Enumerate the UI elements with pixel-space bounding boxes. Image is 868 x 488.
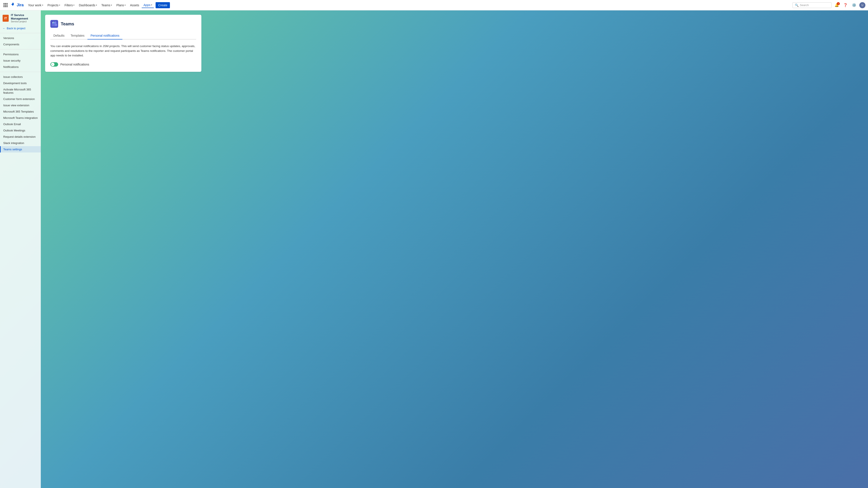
notifications-button[interactable]: 🔔 1 <box>833 2 840 9</box>
sidebar-project-header: IT IT Service Management Service project <box>0 10 41 25</box>
chevron-icon: ▾ <box>59 4 60 6</box>
sidebar-item-m365-templates[interactable]: Microsoft 365 Templates <box>0 108 41 115</box>
svg-point-0 <box>12 5 13 6</box>
personal-notifications-toggle-row: Personal notifications <box>50 62 196 67</box>
sidebar-item-ms-teams-integration[interactable]: Microsoft Teams integration <box>0 115 41 121</box>
search-icon: 🔍 <box>795 3 799 7</box>
project-info: IT Service Management Service project <box>11 13 38 23</box>
sidebar-item-customer-form-extension[interactable]: Customer form extension <box>0 96 41 102</box>
sidebar: IT IT Service Management Service project… <box>0 10 41 488</box>
settings-button[interactable]: ⚙️ <box>850 2 858 9</box>
help-button[interactable]: ❓ <box>842 2 849 9</box>
nav-filters[interactable]: Filters ▾ <box>63 3 76 8</box>
sidebar-item-versions[interactable]: Versions <box>0 35 41 41</box>
avatar[interactable]: U <box>859 2 865 8</box>
nav-plans[interactable]: Plans ▾ <box>115 3 127 8</box>
chevron-icon: ▾ <box>42 4 43 6</box>
topnav-right: 🔍 Search 🔔 1 ❓ ⚙️ U <box>793 2 865 9</box>
notification-description: You can enable personal notifications in… <box>50 44 196 58</box>
project-type: Service project <box>11 20 38 23</box>
teams-app-icon: 👤 <box>50 20 58 28</box>
chevron-icon: ▾ <box>111 4 112 6</box>
sidebar-item-permissions[interactable]: Permissions <box>0 51 41 58</box>
project-icon: IT <box>3 15 9 22</box>
sidebar-item-components[interactable]: Components <box>0 41 41 47</box>
tabs-container: Defaults Templates Personal notification… <box>50 32 196 39</box>
project-name: IT Service Management <box>11 13 38 20</box>
sidebar-item-notifications[interactable]: Notifications <box>0 64 41 70</box>
personal-notifications-toggle[interactable] <box>50 62 58 67</box>
svg-point-2 <box>54 22 56 24</box>
create-button[interactable]: Create <box>156 2 170 8</box>
chevron-icon: ▾ <box>151 4 152 6</box>
tab-defaults[interactable]: Defaults <box>50 32 67 39</box>
search-box[interactable]: 🔍 Search <box>793 2 832 8</box>
main-layout: IT IT Service Management Service project… <box>0 10 868 488</box>
top-navigation: Jira Your work ▾ Projects ▾ Filters ▾ Da… <box>0 0 868 10</box>
sidebar-item-development-tools[interactable]: Development tools <box>0 80 41 86</box>
notification-badge: 1 <box>837 2 840 5</box>
nav-projects[interactable]: Projects ▾ <box>46 3 62 8</box>
nav-assets[interactable]: Assets <box>128 3 141 8</box>
chevron-icon: ▾ <box>73 4 74 6</box>
toggle-label: Personal notifications <box>60 63 89 66</box>
jira-logo[interactable]: Jira <box>10 3 24 8</box>
sidebar-item-outlook-email[interactable]: Outlook Email <box>0 121 41 127</box>
sidebar-item-slack-integration[interactable]: Slack integration <box>0 140 41 146</box>
page-header: 👤 Teams <box>50 20 196 28</box>
nav-apps[interactable]: Apps ▾ <box>142 2 154 8</box>
nav-teams[interactable]: Teams ▾ <box>100 3 114 8</box>
search-placeholder: Search <box>800 3 809 7</box>
back-icon: ← <box>3 27 5 30</box>
sidebar-divider-1 <box>0 33 41 33</box>
svg-rect-6 <box>52 24 55 26</box>
main-content: 👤 Teams Defaults Templates Personal noti… <box>41 10 868 488</box>
sidebar-item-teams-settings[interactable]: Teams settings <box>0 146 41 153</box>
sidebar-divider-2 <box>0 49 41 50</box>
chevron-icon: ▾ <box>96 4 97 6</box>
sidebar-divider-3 <box>0 72 41 72</box>
sidebar-item-outlook-meetings[interactable]: Outlook Meetings <box>0 127 41 134</box>
page-title: Teams <box>61 22 74 27</box>
app-switcher-icon[interactable] <box>3 2 8 8</box>
svg-text:👤: 👤 <box>53 22 55 24</box>
tab-templates[interactable]: Templates <box>67 32 88 39</box>
tab-personal-notifications[interactable]: Personal notifications <box>88 32 122 39</box>
sidebar-item-issue-collectors[interactable]: Issue collectors <box>0 74 41 80</box>
back-to-project-link[interactable]: ← Back to project <box>0 25 41 31</box>
logo-text: Jira <box>17 3 24 7</box>
sidebar-item-issue-view-extension[interactable]: Issue view extension <box>0 102 41 108</box>
page-card: 👤 Teams Defaults Templates Personal noti… <box>45 15 202 72</box>
sidebar-item-request-details-extension[interactable]: Request details extension <box>0 134 41 140</box>
sidebar-item-activate-m365[interactable]: Activate Microsoft 365 features <box>0 86 41 96</box>
nav-your-work[interactable]: Your work ▾ <box>26 3 45 8</box>
chevron-icon: ▾ <box>125 4 126 6</box>
sidebar-item-issue-security[interactable]: Issue security <box>0 58 41 64</box>
nav-dashboards[interactable]: Dashboards ▾ <box>77 3 99 8</box>
